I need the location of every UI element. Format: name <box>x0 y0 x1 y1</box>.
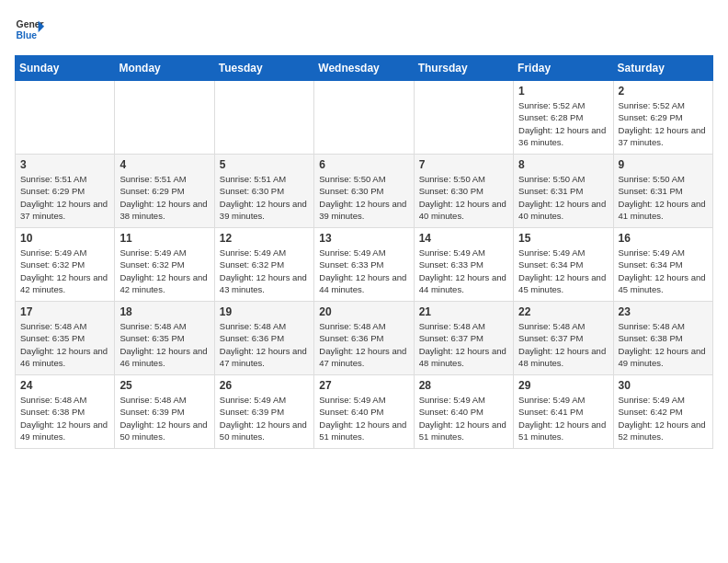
day-number: 23 <box>619 305 708 318</box>
calendar-day-cell: 4Sunrise: 5:51 AM Sunset: 6:29 PM Daylig… <box>115 155 214 228</box>
day-info: Sunrise: 5:48 AM Sunset: 6:38 PM Dayligh… <box>619 320 708 369</box>
day-number: 12 <box>220 232 309 245</box>
day-number: 11 <box>119 232 209 245</box>
calendar-day-cell: 26Sunrise: 5:49 AM Sunset: 6:39 PM Dayli… <box>214 375 313 449</box>
calendar-body: 1Sunrise: 5:52 AM Sunset: 6:28 PM Daylig… <box>16 81 713 449</box>
day-info: Sunrise: 5:48 AM Sunset: 6:38 PM Dayligh… <box>20 394 109 442</box>
calendar-week-row: 10Sunrise: 5:49 AM Sunset: 6:32 PM Dayli… <box>16 228 713 302</box>
weekday-header-cell: Monday <box>115 56 214 81</box>
day-info: Sunrise: 5:52 AM Sunset: 6:28 PM Dayligh… <box>518 99 608 148</box>
weekday-header-cell: Tuesday <box>214 56 313 81</box>
day-number: 15 <box>518 232 608 245</box>
logo-icon: General Blue <box>15 15 44 44</box>
day-number: 25 <box>119 379 209 392</box>
day-info: Sunrise: 5:48 AM Sunset: 6:39 PM Dayligh… <box>119 394 209 442</box>
day-info: Sunrise: 5:49 AM Sunset: 6:34 PM Dayligh… <box>518 247 608 295</box>
calendar-day-cell: 16Sunrise: 5:49 AM Sunset: 6:34 PM Dayli… <box>613 228 712 302</box>
calendar-day-cell <box>414 81 513 155</box>
day-info: Sunrise: 5:50 AM Sunset: 6:30 PM Dayligh… <box>319 173 408 222</box>
day-info: Sunrise: 5:48 AM Sunset: 6:36 PM Dayligh… <box>319 320 408 369</box>
day-info: Sunrise: 5:48 AM Sunset: 6:37 PM Dayligh… <box>518 320 608 369</box>
calendar-day-cell: 20Sunrise: 5:48 AM Sunset: 6:36 PM Dayli… <box>314 302 414 375</box>
page-header: General Blue <box>15 15 713 44</box>
day-number: 1 <box>518 85 608 98</box>
calendar-day-cell: 25Sunrise: 5:48 AM Sunset: 6:39 PM Dayli… <box>115 375 214 449</box>
calendar-day-cell: 28Sunrise: 5:49 AM Sunset: 6:40 PM Dayli… <box>414 375 513 449</box>
calendar-day-cell: 14Sunrise: 5:49 AM Sunset: 6:33 PM Dayli… <box>414 228 513 302</box>
calendar-day-cell: 9Sunrise: 5:50 AM Sunset: 6:31 PM Daylig… <box>613 155 712 228</box>
calendar-table: SundayMondayTuesdayWednesdayThursdayFrid… <box>15 55 713 449</box>
day-number: 4 <box>119 158 209 171</box>
day-info: Sunrise: 5:49 AM Sunset: 6:32 PM Dayligh… <box>20 247 109 295</box>
weekday-header-cell: Wednesday <box>314 56 414 81</box>
weekday-header-cell: Thursday <box>414 56 513 81</box>
calendar-day-cell: 15Sunrise: 5:49 AM Sunset: 6:34 PM Dayli… <box>514 228 613 302</box>
day-number: 10 <box>20 232 109 245</box>
calendar-day-cell: 11Sunrise: 5:49 AM Sunset: 6:32 PM Dayli… <box>115 228 214 302</box>
day-info: Sunrise: 5:48 AM Sunset: 6:35 PM Dayligh… <box>20 320 109 369</box>
calendar-day-cell <box>115 81 214 155</box>
svg-text:Blue: Blue <box>17 30 38 40</box>
day-number: 28 <box>419 379 508 392</box>
calendar-day-cell <box>314 81 414 155</box>
day-number: 2 <box>619 85 708 98</box>
day-info: Sunrise: 5:52 AM Sunset: 6:29 PM Dayligh… <box>619 99 708 148</box>
calendar-day-cell <box>16 81 115 155</box>
calendar-day-cell: 23Sunrise: 5:48 AM Sunset: 6:38 PM Dayli… <box>613 302 712 375</box>
day-number: 14 <box>419 232 508 245</box>
weekday-header-row: SundayMondayTuesdayWednesdayThursdayFrid… <box>16 56 713 81</box>
weekday-header-cell: Friday <box>514 56 613 81</box>
calendar-day-cell: 13Sunrise: 5:49 AM Sunset: 6:33 PM Dayli… <box>314 228 414 302</box>
calendar-week-row: 3Sunrise: 5:51 AM Sunset: 6:29 PM Daylig… <box>16 155 713 228</box>
day-info: Sunrise: 5:49 AM Sunset: 6:40 PM Dayligh… <box>419 394 508 442</box>
day-number: 9 <box>619 158 708 171</box>
day-number: 24 <box>20 379 109 392</box>
day-info: Sunrise: 5:49 AM Sunset: 6:32 PM Dayligh… <box>220 247 309 295</box>
calendar-day-cell: 21Sunrise: 5:48 AM Sunset: 6:37 PM Dayli… <box>414 302 513 375</box>
day-number: 21 <box>419 305 508 318</box>
day-number: 18 <box>119 305 209 318</box>
day-info: Sunrise: 5:48 AM Sunset: 6:37 PM Dayligh… <box>419 320 508 369</box>
day-number: 27 <box>319 379 408 392</box>
calendar-day-cell: 6Sunrise: 5:50 AM Sunset: 6:30 PM Daylig… <box>314 155 414 228</box>
day-info: Sunrise: 5:50 AM Sunset: 6:31 PM Dayligh… <box>518 173 608 222</box>
day-info: Sunrise: 5:50 AM Sunset: 6:31 PM Dayligh… <box>619 173 708 222</box>
day-info: Sunrise: 5:49 AM Sunset: 6:41 PM Dayligh… <box>518 394 608 442</box>
day-info: Sunrise: 5:48 AM Sunset: 6:35 PM Dayligh… <box>119 320 209 369</box>
day-info: Sunrise: 5:51 AM Sunset: 6:30 PM Dayligh… <box>220 173 309 222</box>
day-number: 8 <box>518 158 608 171</box>
calendar-day-cell: 24Sunrise: 5:48 AM Sunset: 6:38 PM Dayli… <box>16 375 115 449</box>
day-info: Sunrise: 5:49 AM Sunset: 6:33 PM Dayligh… <box>419 247 508 295</box>
day-info: Sunrise: 5:49 AM Sunset: 6:40 PM Dayligh… <box>319 394 408 442</box>
day-number: 26 <box>220 379 309 392</box>
weekday-header-cell: Saturday <box>613 56 712 81</box>
calendar-day-cell: 7Sunrise: 5:50 AM Sunset: 6:30 PM Daylig… <box>414 155 513 228</box>
day-number: 17 <box>20 305 109 318</box>
calendar-week-row: 17Sunrise: 5:48 AM Sunset: 6:35 PM Dayli… <box>16 302 713 375</box>
day-number: 7 <box>419 158 508 171</box>
day-info: Sunrise: 5:50 AM Sunset: 6:30 PM Dayligh… <box>419 173 508 222</box>
day-number: 22 <box>518 305 608 318</box>
day-info: Sunrise: 5:51 AM Sunset: 6:29 PM Dayligh… <box>119 173 209 222</box>
calendar-day-cell: 29Sunrise: 5:49 AM Sunset: 6:41 PM Dayli… <box>514 375 613 449</box>
calendar-day-cell: 1Sunrise: 5:52 AM Sunset: 6:28 PM Daylig… <box>514 81 613 155</box>
day-info: Sunrise: 5:49 AM Sunset: 6:34 PM Dayligh… <box>619 247 708 295</box>
calendar-day-cell: 10Sunrise: 5:49 AM Sunset: 6:32 PM Dayli… <box>16 228 115 302</box>
day-number: 5 <box>220 158 309 171</box>
day-number: 30 <box>619 379 708 392</box>
calendar-day-cell: 12Sunrise: 5:49 AM Sunset: 6:32 PM Dayli… <box>214 228 313 302</box>
calendar-day-cell: 27Sunrise: 5:49 AM Sunset: 6:40 PM Dayli… <box>314 375 414 449</box>
day-number: 20 <box>319 305 408 318</box>
calendar-week-row: 24Sunrise: 5:48 AM Sunset: 6:38 PM Dayli… <box>16 375 713 449</box>
day-info: Sunrise: 5:49 AM Sunset: 6:32 PM Dayligh… <box>119 247 209 295</box>
day-number: 19 <box>220 305 309 318</box>
day-info: Sunrise: 5:49 AM Sunset: 6:33 PM Dayligh… <box>319 247 408 295</box>
calendar-week-row: 1Sunrise: 5:52 AM Sunset: 6:28 PM Daylig… <box>16 81 713 155</box>
day-number: 16 <box>619 232 708 245</box>
calendar-day-cell: 3Sunrise: 5:51 AM Sunset: 6:29 PM Daylig… <box>16 155 115 228</box>
day-number: 13 <box>319 232 408 245</box>
calendar-day-cell <box>214 81 313 155</box>
calendar-day-cell: 2Sunrise: 5:52 AM Sunset: 6:29 PM Daylig… <box>613 81 712 155</box>
logo: General Blue <box>15 15 44 44</box>
calendar-day-cell: 8Sunrise: 5:50 AM Sunset: 6:31 PM Daylig… <box>514 155 613 228</box>
